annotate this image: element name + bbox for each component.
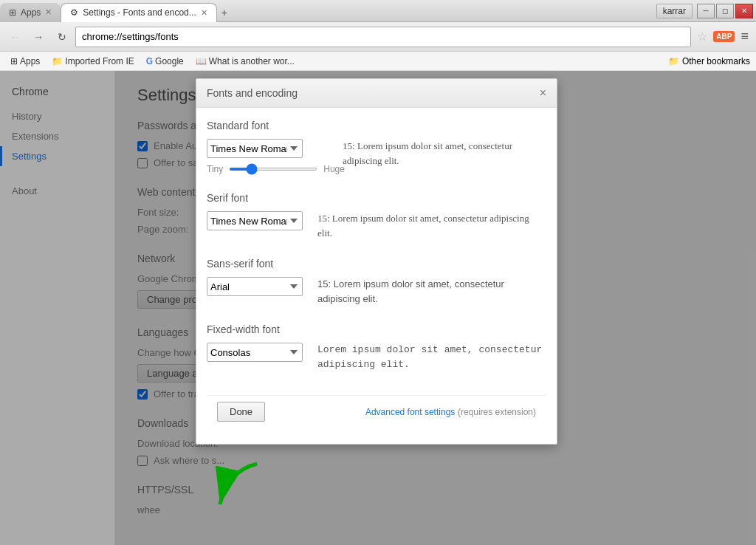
bookmarks-bar: ⊞ Apps 📁 Imported From IE G Google 📖 Wha…: [0, 52, 756, 71]
bookmark-star[interactable]: ☆: [694, 30, 710, 44]
address-bar[interactable]: chrome://settings/fonts: [75, 27, 691, 47]
apps-tab-close[interactable]: ✕: [45, 7, 52, 17]
apps-tab-icon: ⊞: [9, 7, 16, 18]
reload-button[interactable]: ↻: [52, 27, 72, 47]
advanced-settings-link-group: Advanced font settings (requires extensi…: [365, 406, 536, 417]
standard-font-row: Times New Roman Arial Georgia Verdana Ti…: [207, 139, 543, 174]
settings-tab-icon: ⚙: [70, 7, 78, 18]
other-bookmarks-label: Other bookmarks: [682, 56, 750, 66]
serif-font-section: Serif font Times New Roman Georgia Palat…: [207, 192, 543, 240]
book-icon: 📖: [196, 56, 207, 66]
font-size-slider[interactable]: [229, 168, 317, 171]
fonts-dialog: Fonts and encoding × Standard font Times…: [196, 78, 557, 445]
serif-font-label: Serif font: [207, 192, 543, 204]
back-button[interactable]: ←: [4, 27, 25, 47]
standard-font-select[interactable]: Times New Roman Arial Georgia Verdana: [207, 139, 303, 158]
sans-serif-font-select[interactable]: Arial Verdana Tahoma Helvetica: [207, 277, 303, 296]
size-tiny-label: Tiny: [207, 164, 223, 174]
done-button[interactable]: Done: [217, 402, 265, 422]
tab-strip: ⊞ Apps ✕ ⚙ Settings - Fonts and encod...…: [0, 0, 232, 22]
what-is-bookmark-label: What is another wor...: [209, 56, 295, 66]
chrome-menu-button[interactable]: ≡: [738, 29, 752, 44]
font-size-slider-row: Tiny Huge: [207, 164, 328, 174]
adblock-plus-button[interactable]: ABP: [713, 31, 735, 42]
window-controls-group: karrar ─ ◻ ✕: [656, 4, 756, 18]
standard-font-select-col: Times New Roman Arial Georgia Verdana Ti…: [207, 139, 328, 174]
main-content: Chrome History Extensions Settings About…: [0, 71, 756, 545]
dialog-body: Standard font Times New Roman Arial Geor…: [196, 108, 557, 444]
restore-button[interactable]: ◻: [716, 4, 734, 18]
sans-serif-font-label: Sans-serif font: [207, 258, 543, 270]
dialog-header: Fonts and encoding ×: [196, 79, 557, 108]
other-bookmarks[interactable]: 📁 Other bookmarks: [668, 56, 750, 66]
serif-font-preview: 15: Lorem ipsum dolor sit amet, consecte…: [317, 211, 543, 240]
dialog-title: Fonts and encoding: [207, 87, 298, 99]
tab-settings[interactable]: ⚙ Settings - Fonts and encod... ✕: [61, 3, 216, 22]
close-button[interactable]: ✕: [735, 4, 753, 18]
apps-tab-label: Apps: [21, 7, 41, 18]
bookmark-apps[interactable]: ⊞ Apps: [6, 55, 44, 68]
dialog-footer: Done Advanced font settings (requires ex…: [207, 395, 546, 432]
fixed-width-font-row: Consolas Courier New Lucida Console Lore…: [207, 343, 543, 371]
title-bar: ⊞ Apps ✕ ⚙ Settings - Fonts and encod...…: [0, 0, 756, 22]
ie-bookmark-label: Imported From IE: [65, 56, 134, 66]
fixed-width-font-section: Fixed-width font Consolas Courier New Lu…: [207, 323, 543, 371]
ie-folder-icon: 📁: [52, 56, 63, 66]
serif-font-select-col: Times New Roman Georgia Palatino: [207, 211, 303, 230]
apps-bookmark-label: Apps: [20, 56, 40, 66]
new-tab-button[interactable]: +: [217, 5, 232, 20]
standard-font-label: Standard font: [207, 120, 543, 131]
dialog-scroll-area[interactable]: Standard font Times New Roman Arial Geor…: [207, 120, 546, 389]
serif-font-select[interactable]: Times New Roman Georgia Palatino: [207, 211, 303, 230]
requires-extension-label: (requires extension): [458, 407, 536, 417]
sans-serif-font-row: Arial Verdana Tahoma Helvetica 15: Lorem…: [207, 277, 543, 306]
standard-font-preview: 15: Lorem ipsum dolor sit amet, consecte…: [343, 139, 543, 168]
advanced-font-settings-link[interactable]: Advanced font settings: [365, 407, 455, 417]
window-controls: ─ ◻ ✕: [697, 4, 753, 18]
bookmark-google[interactable]: G Google: [142, 55, 188, 68]
serif-font-row: Times New Roman Georgia Palatino 15: Lor…: [207, 211, 543, 240]
size-huge-label: Huge: [323, 164, 345, 174]
standard-font-section: Standard font Times New Roman Arial Geor…: [207, 120, 543, 174]
bookmark-imported-ie[interactable]: 📁 Imported From IE: [47, 55, 138, 68]
sans-serif-font-select-col: Arial Verdana Tahoma Helvetica: [207, 277, 303, 296]
fixed-width-font-select-col: Consolas Courier New Lucida Console: [207, 343, 303, 362]
user-name: karrar: [656, 4, 693, 18]
settings-tab-close[interactable]: ✕: [201, 8, 207, 18]
fixed-width-font-preview: Lorem ipsum dolor sit amet, consectetur …: [317, 343, 543, 371]
google-bookmark-label: Google: [155, 56, 184, 66]
sans-serif-font-preview: 15: Lorem ipsum dolor sit amet, consecte…: [317, 277, 543, 306]
fixed-width-font-select[interactable]: Consolas Courier New Lucida Console: [207, 343, 303, 362]
minimize-button[interactable]: ─: [697, 4, 715, 18]
fixed-width-font-label: Fixed-width font: [207, 323, 543, 335]
navigation-bar: ← → ↻ chrome://settings/fonts ☆ ABP ≡: [0, 22, 756, 52]
other-bookmarks-icon: 📁: [668, 56, 679, 66]
sans-serif-font-section: Sans-serif font Arial Verdana Tahoma Hel…: [207, 258, 543, 306]
forward-button[interactable]: →: [28, 27, 49, 47]
settings-tab-label: Settings - Fonts and encod...: [83, 7, 196, 18]
apps-bookmark-icon: ⊞: [10, 56, 18, 66]
google-icon: G: [146, 56, 153, 66]
tab-apps[interactable]: ⊞ Apps ✕: [0, 3, 61, 22]
dialog-close-button[interactable]: ×: [540, 86, 546, 100]
bookmark-what-is[interactable]: 📖 What is another wor...: [191, 55, 299, 68]
